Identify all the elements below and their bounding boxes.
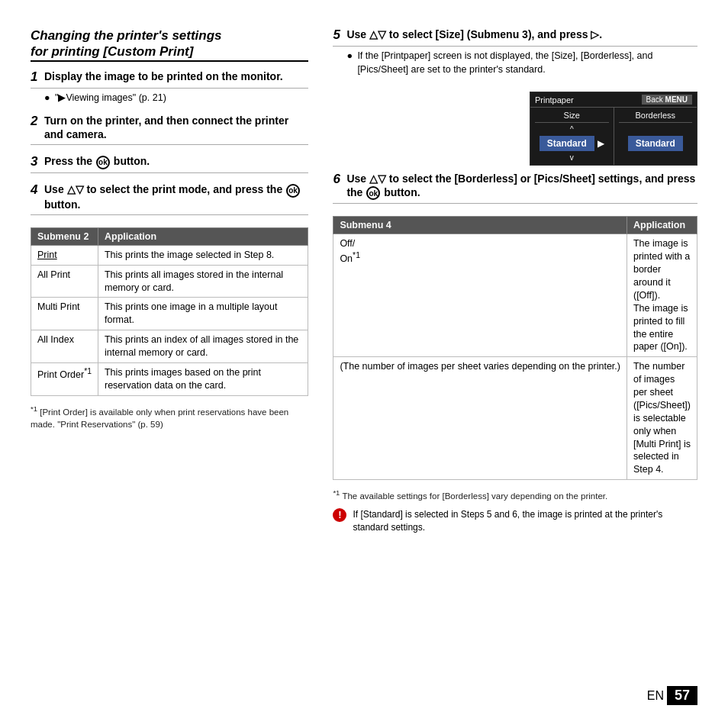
step-2-header: 2 Turn on the printer, and then connect … xyxy=(31,114,308,145)
title-line1: Changing the printer's settings xyxy=(31,28,222,43)
page-number: 57 xyxy=(667,686,697,705)
en-label: EN xyxy=(647,689,664,703)
left-column: Changing the printer's settings for prin… xyxy=(31,27,308,677)
table-right-cell-submenu2: (The number of images per sheet varies d… xyxy=(333,357,627,480)
submenu4-table: Submenu 4 Application Off/On*1 The image… xyxy=(333,216,697,480)
page: Changing the printer's settings for prin… xyxy=(0,0,728,728)
info-icon: ! xyxy=(333,508,346,522)
table-right-col2-header: Application xyxy=(627,217,697,234)
table-right-cell-app2: The number of images per sheet ([Pics/Sh… xyxy=(627,357,697,480)
right-footnote1: *1 The available settings for [Borderles… xyxy=(333,488,697,502)
step-5: 5 Use △▽ to select [Size] (Submenu 3), a… xyxy=(333,27,697,79)
step-3: 3 Press the ok button. xyxy=(31,154,308,176)
screen-up-arrow: ^ xyxy=(535,125,609,134)
table-row: All Print This prints all images stored … xyxy=(31,265,308,298)
info-block: ! If [Standard] is selected in Steps 5 a… xyxy=(333,508,697,534)
table-row: Multi Print This prints one image in a m… xyxy=(31,298,308,330)
table-cell-submenu: Multi Print xyxy=(31,298,98,330)
step-4: 4 Use △▽ to select the print mode, and p… xyxy=(31,182,308,217)
step-1-header: 1 Display the image to be printed on the… xyxy=(31,69,308,89)
screen-borderless-header: Borderless xyxy=(619,111,693,123)
step-1: 1 Display the image to be printed on the… xyxy=(31,69,308,108)
table-cell-app: This prints one image in a multiple layo… xyxy=(98,298,308,330)
back-button: Back MENU xyxy=(642,95,692,105)
step-4-num: 4 xyxy=(31,182,41,198)
step-4-title: Use △▽ to select the print mode, and pre… xyxy=(44,182,308,211)
table-right-cell-submenu: Off/On*1 xyxy=(333,234,627,357)
table-cell-app: This prints all images stored in the int… xyxy=(98,265,308,298)
step-2-num: 2 xyxy=(31,114,41,129)
ok-icon-4: ok xyxy=(286,184,300,198)
screen-value-row: Standard ▶ xyxy=(535,134,609,153)
screen-down-arrow: v xyxy=(535,153,609,162)
step-5-num: 5 xyxy=(333,27,343,43)
ok-icon-6: ok xyxy=(366,186,380,200)
step-5-header: 5 Use △▽ to select [Size] (Submenu 3), a… xyxy=(333,27,697,47)
screen-up-arrow2 xyxy=(619,125,693,134)
info-text: If [Standard] is selected in Steps 5 and… xyxy=(353,508,697,534)
submenu2-table: Submenu 2 Application Print This prints … xyxy=(31,227,308,396)
section-title: Changing the printer's settings for prin… xyxy=(31,27,308,62)
table-cell-submenu: All Print xyxy=(31,265,98,298)
screen-size-header: Size xyxy=(535,111,609,123)
step-6: 6 Use △▽ to select the [Borderless] or [… xyxy=(333,172,697,207)
step-6-title: Use △▽ to select the [Borderless] or [Pi… xyxy=(346,172,697,200)
bullet-dot: ● xyxy=(44,92,52,105)
print-label: Print xyxy=(37,250,57,260)
screen-right-arrow: ▶ xyxy=(598,138,604,149)
table-cell-app: This prints images based on the print re… xyxy=(98,362,308,395)
step-6-header: 6 Use △▽ to select the [Borderless] or [… xyxy=(333,172,697,204)
table-row: (The number of images per sheet varies d… xyxy=(333,357,697,480)
printpaper-screen: Printpaper Back MENU Size ^ Standard ▶ v xyxy=(530,92,697,166)
screen-col-size: Size ^ Standard ▶ v xyxy=(530,108,614,165)
screen-size-value: Standard xyxy=(540,136,594,151)
right-column: 5 Use △▽ to select [Size] (Submenu 3), a… xyxy=(333,27,697,677)
step-5-bullet-text: If the [Printpaper] screen is not displa… xyxy=(357,50,697,76)
table-cell-app: This prints an index of all images store… xyxy=(98,330,308,363)
step-1-num: 1 xyxy=(31,69,41,85)
step-3-num: 3 xyxy=(31,154,41,169)
table-col1-header: Submenu 2 xyxy=(31,227,98,245)
table-right-cell-app: The image is printed with a border aroun… xyxy=(627,234,697,357)
menu-label: MENU xyxy=(665,95,688,104)
step-1-bullet: ● "▶Viewing images" (p. 21) xyxy=(44,92,308,105)
step-6-num: 6 xyxy=(333,172,343,187)
table-row: All Index This prints an index of all im… xyxy=(31,330,308,363)
screen-body: Size ^ Standard ▶ v Borderless Stand xyxy=(530,107,697,165)
step-5-body: ● If the [Printpaper] screen is not disp… xyxy=(333,50,697,76)
step-1-bullet-text: "▶Viewing images" (p. 21) xyxy=(55,92,166,105)
step-5-bullet: ● If the [Printpaper] screen is not disp… xyxy=(346,50,697,76)
bullet-dot-5: ● xyxy=(346,50,354,76)
screen-header: Printpaper Back MENU xyxy=(530,92,697,107)
step-3-title: Press the ok button. xyxy=(44,154,150,169)
table-cell-app: This prints the image selected in Step 8… xyxy=(98,245,308,265)
step-1-title: Display the image to be printed on the m… xyxy=(44,69,283,83)
step-4-header: 4 Use △▽ to select the print mode, and p… xyxy=(31,182,308,214)
ok-icon: ok xyxy=(96,156,110,169)
step-5-title: Use △▽ to select [Size] (Submenu 3), and… xyxy=(346,27,602,41)
left-footnote: *1 [Print Order] is available only when … xyxy=(31,404,308,430)
step-3-header: 3 Press the ok button. xyxy=(31,154,308,173)
step-2-title: Turn on the printer, and then connect th… xyxy=(44,114,308,141)
table-cell-submenu: Print Order*1 xyxy=(31,362,98,395)
page-footer: EN 57 xyxy=(31,686,697,705)
table-col2-header: Application xyxy=(98,227,308,245)
screen-title: Printpaper xyxy=(535,95,574,105)
screen-borderless-value: Standard xyxy=(628,136,683,151)
screen-down-arrow2 xyxy=(619,153,693,162)
table-row: Print This prints the image selected in … xyxy=(31,245,308,265)
table-cell-submenu: All Index xyxy=(31,330,98,363)
step-1-body: ● "▶Viewing images" (p. 21) xyxy=(31,92,308,105)
table-row: Off/On*1 The image is printed with a bor… xyxy=(333,234,697,357)
screen-col-borderless: Borderless Standard xyxy=(614,108,697,165)
screen-value-row2: Standard xyxy=(619,134,693,153)
step-2: 2 Turn on the printer, and then connect … xyxy=(31,114,308,148)
table-right-col1-header: Submenu 4 xyxy=(333,217,627,234)
main-content: Changing the printer's settings for prin… xyxy=(31,27,697,677)
table-row: Print Order*1 This prints images based o… xyxy=(31,362,308,395)
title-line2: for printing [Custom Print] xyxy=(31,44,193,59)
table-cell-submenu: Print xyxy=(31,245,98,265)
